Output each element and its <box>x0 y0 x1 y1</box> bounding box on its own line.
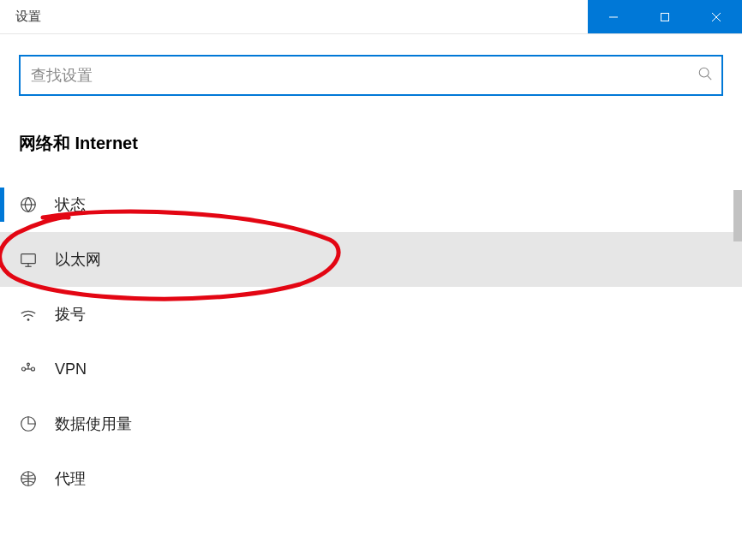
scrollbar-thumb[interactable] <box>733 190 742 241</box>
globe-status-icon <box>19 195 38 214</box>
minimize-button[interactable] <box>588 0 639 33</box>
close-icon <box>711 12 721 22</box>
titlebar: 设置 <box>0 0 742 34</box>
minimize-icon <box>608 12 619 22</box>
nav-item-status[interactable]: 状态 <box>0 177 742 232</box>
nav-item-dialup[interactable]: 拨号 <box>0 287 742 342</box>
svg-point-14 <box>27 363 30 366</box>
maximize-button[interactable] <box>639 0 691 33</box>
ethernet-icon <box>19 250 38 269</box>
nav-item-label: 拨号 <box>55 304 86 325</box>
svg-point-10 <box>27 319 30 321</box>
search-input[interactable] <box>31 67 697 85</box>
dialup-icon <box>19 305 38 324</box>
nav-item-proxy[interactable]: 代理 <box>0 451 742 506</box>
nav-item-label: VPN <box>55 360 87 378</box>
window-controls <box>588 0 742 33</box>
vpn-icon <box>19 360 38 378</box>
search-icon <box>697 66 713 85</box>
nav-list: 状态 以太网 拨号 VPN 数据使用量 <box>0 177 742 506</box>
close-button[interactable] <box>691 0 742 33</box>
proxy-icon <box>19 469 38 488</box>
svg-line-5 <box>708 76 712 80</box>
nav-item-data-usage[interactable]: 数据使用量 <box>0 396 742 451</box>
svg-rect-7 <box>21 254 36 264</box>
nav-item-label: 数据使用量 <box>55 414 132 434</box>
nav-item-label: 代理 <box>55 468 86 489</box>
search-box[interactable] <box>19 55 723 96</box>
section-title: 网络和 Internet <box>19 132 723 155</box>
svg-rect-1 <box>661 13 669 21</box>
nav-item-vpn[interactable]: VPN <box>0 342 742 396</box>
window-title: 设置 <box>0 9 41 25</box>
data-usage-icon <box>19 414 38 433</box>
nav-item-label: 状态 <box>55 194 86 215</box>
nav-item-label: 以太网 <box>55 249 101 270</box>
nav-item-ethernet[interactable]: 以太网 <box>0 232 742 287</box>
maximize-icon <box>660 12 670 22</box>
svg-point-4 <box>699 68 709 77</box>
svg-point-11 <box>21 367 25 371</box>
svg-point-12 <box>31 367 34 371</box>
